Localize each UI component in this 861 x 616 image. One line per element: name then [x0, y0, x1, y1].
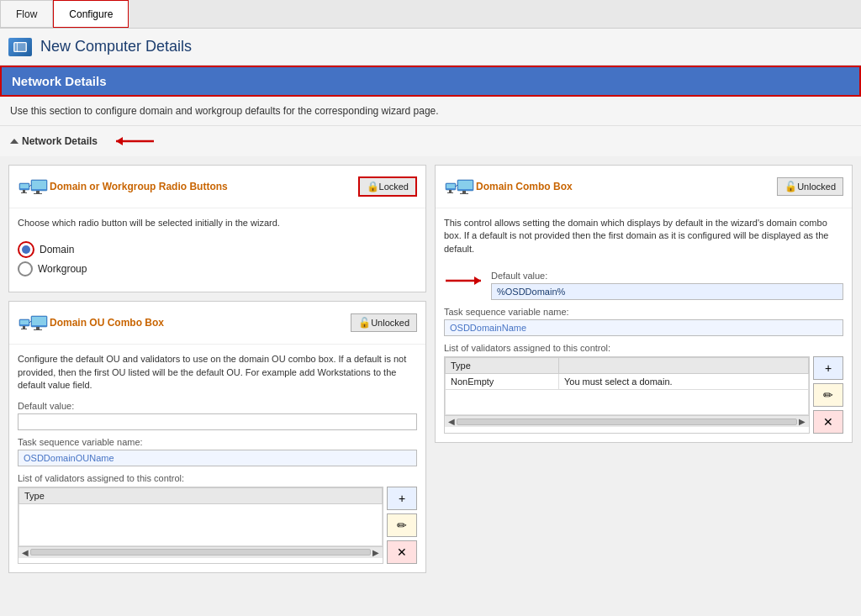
- svg-rect-26: [447, 192, 453, 193]
- domain-ou-validators-table: Type ◀ ▶: [18, 487, 383, 564]
- domain-workgroup-card: Domain or Workgroup Radio Buttons 🔒 Lock…: [8, 165, 426, 292]
- radio-domain-label: Domain: [40, 244, 74, 255]
- domain-ou-default-input[interactable]: [18, 413, 417, 430]
- svg-rect-0: [14, 42, 26, 51]
- domain-workgroup-header: Domain or Workgroup Radio Buttons 🔒 Lock…: [9, 166, 425, 208]
- svg-marker-33: [474, 276, 481, 285]
- radio-workgroup: Workgroup: [18, 261, 417, 276]
- section-description: Use this section to configure domain and…: [0, 97, 861, 126]
- default-value-section: Default value:: [491, 264, 843, 300]
- domain-ou-edit-button[interactable]: ✏: [387, 513, 417, 537]
- svg-line-22: [29, 321, 31, 323]
- svg-rect-30: [460, 193, 468, 194]
- tab-flow[interactable]: Flow: [0, 0, 53, 28]
- domain-ou-delete-button[interactable]: ✕: [387, 540, 417, 564]
- domain-ou-empty-row: [19, 503, 383, 545]
- table-empty-row: [446, 390, 809, 415]
- domain-combo-row-value: You must select a domain.: [558, 374, 808, 390]
- title-icon: [8, 38, 32, 56]
- domain-combo-action-buttons: + ✏ ✕: [813, 356, 843, 434]
- annotation-arrow: [108, 133, 158, 150]
- svg-rect-16: [23, 326, 25, 329]
- default-value-row: Default value:: [444, 264, 843, 300]
- domain-combo-edit-button[interactable]: ✏: [813, 383, 843, 407]
- right-scroll-right-icon[interactable]: ▶: [797, 417, 807, 426]
- table-row: NonEmpty You must select a domain.: [446, 374, 809, 390]
- domain-combo-col-type: Type: [446, 358, 559, 374]
- domain-ou-add-button[interactable]: +: [387, 487, 417, 510]
- svg-rect-11: [36, 191, 40, 193]
- domain-ou-header: Domain OU Combo Box 🔓 Unlocked: [9, 302, 425, 345]
- title-bar: New Computer Details: [0, 29, 861, 66]
- arrow-annotation: [444, 272, 486, 292]
- svg-rect-19: [32, 317, 46, 325]
- domain-combo-scrollbar[interactable]: ◀ ▶: [445, 415, 809, 427]
- right-column: Domain Combo Box 🔓 Unlocked This control…: [435, 165, 853, 582]
- tab-configure[interactable]: Configure: [53, 0, 129, 28]
- domain-combo-header: Domain Combo Box 🔓 Unlocked: [436, 166, 852, 208]
- domain-ou-scrollbar[interactable]: ◀ ▶: [18, 546, 383, 558]
- main-content: Domain or Workgroup Radio Buttons 🔒 Lock…: [0, 156, 861, 590]
- domain-ou-title: Domain OU Combo Box: [50, 317, 351, 329]
- network-icon-3: [444, 174, 476, 199]
- domain-ou-taskseq-input[interactable]: [18, 450, 417, 466]
- scrollbar-track[interactable]: [30, 549, 371, 555]
- domain-ou-action-buttons: + ✏ ✕: [387, 487, 417, 564]
- domain-ou-validators-label: List of validators assigned to this cont…: [18, 473, 417, 483]
- radio-domain-dot: [22, 245, 30, 254]
- section-header: Network Details: [0, 66, 861, 97]
- domain-ou-col-type: Type: [19, 487, 383, 503]
- domain-ou-taskseq-label: Task sequence variable name:: [18, 437, 417, 447]
- domain-combo-validators-label: List of validators assigned to this cont…: [444, 343, 843, 353]
- domain-combo-col-value: [558, 358, 808, 374]
- unlocked-button-left[interactable]: 🔓 Unlocked: [351, 313, 417, 332]
- scroll-left-icon[interactable]: ◀: [20, 548, 30, 557]
- svg-rect-28: [458, 181, 473, 189]
- domain-workgroup-body: Choose which radio button will be select…: [9, 208, 425, 292]
- domain-combo-default-label: Default value:: [491, 271, 843, 281]
- domain-ou-description: Configure the default OU and validators …: [18, 353, 417, 392]
- locked-button[interactable]: 🔒 Locked: [358, 176, 417, 197]
- locked-label: Locked: [379, 182, 409, 192]
- svg-marker-4: [116, 137, 123, 145]
- collapsible-section-header[interactable]: Network Details: [0, 126, 861, 156]
- top-nav: Flow Configure: [0, 0, 861, 29]
- domain-ou-validators-container: Type ◀ ▶: [18, 487, 417, 564]
- svg-line-13: [29, 185, 31, 187]
- svg-rect-12: [34, 193, 42, 194]
- domain-combo-validators-table: Type NonEmpty You must select a domain.: [444, 356, 810, 434]
- radio-domain-circle[interactable]: [18, 241, 34, 258]
- right-scroll-left-icon[interactable]: ◀: [446, 417, 457, 426]
- right-scrollbar-track[interactable]: [457, 419, 797, 425]
- radio-domain: Domain: [18, 241, 417, 258]
- lock-icon: 🔒: [367, 181, 379, 192]
- collapse-arrow-icon: [10, 139, 18, 144]
- domain-combo-taskseq-label: Task sequence variable name:: [444, 307, 843, 317]
- svg-rect-6: [20, 184, 29, 188]
- network-icon-2: [18, 310, 50, 335]
- domain-workgroup-title: Domain or Workgroup Radio Buttons: [50, 181, 358, 192]
- scroll-right-icon[interactable]: ▶: [371, 548, 381, 557]
- domain-ou-body: Configure the default OU and validators …: [9, 345, 425, 571]
- domain-combo-default-input[interactable]: [491, 283, 843, 300]
- svg-line-31: [456, 185, 457, 187]
- radio-group: Domain Workgroup: [18, 238, 417, 283]
- unlocked-label-left: Unlocked: [371, 318, 409, 328]
- domain-combo-taskseq-input[interactable]: [444, 319, 843, 336]
- domain-combo-description: This control allows setting the domain w…: [444, 217, 843, 255]
- radio-workgroup-circle[interactable]: [18, 261, 33, 276]
- left-column: Domain or Workgroup Radio Buttons 🔒 Lock…: [8, 165, 426, 582]
- domain-combo-title: Domain Combo Box: [476, 181, 777, 192]
- network-icon-1: [18, 174, 50, 199]
- svg-rect-17: [21, 329, 27, 329]
- domain-workgroup-description: Choose which radio button will be select…: [18, 217, 417, 229]
- unlocked-button-right[interactable]: 🔓 Unlocked: [777, 177, 843, 196]
- radio-workgroup-label: Workgroup: [38, 263, 87, 275]
- domain-combo-add-button[interactable]: +: [813, 356, 843, 380]
- svg-rect-7: [23, 190, 25, 192]
- svg-rect-20: [36, 327, 40, 329]
- domain-combo-delete-button[interactable]: ✕: [813, 410, 843, 434]
- unlock-icon-left: 🔓: [358, 317, 371, 329]
- svg-rect-25: [449, 190, 452, 192]
- unlock-icon-right: 🔓: [784, 181, 797, 192]
